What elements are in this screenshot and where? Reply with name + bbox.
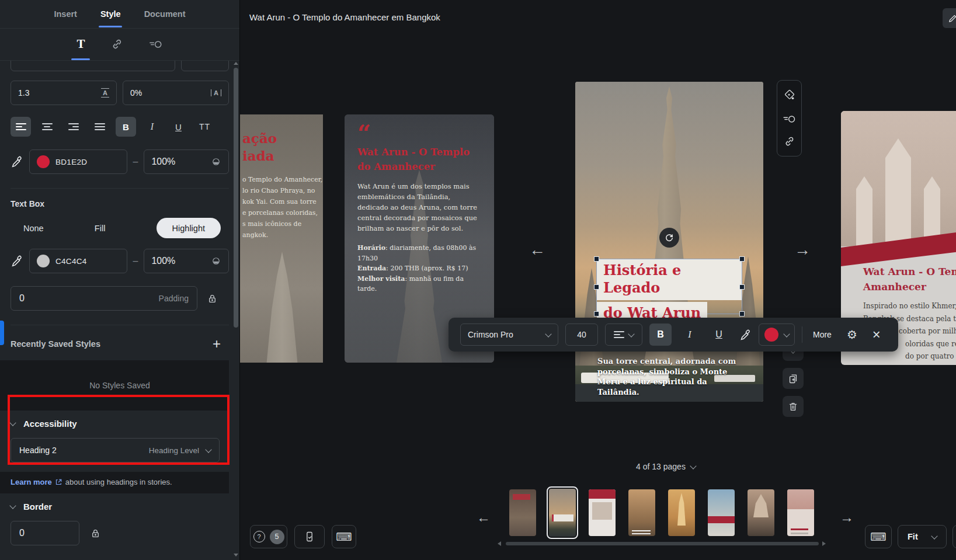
animation-icon[interactable]: [783, 114, 797, 124]
eyedropper-icon[interactable]: [11, 255, 23, 267]
keyboard-shortcuts-button[interactable]: ⌨: [865, 525, 892, 548]
more-button[interactable]: More: [813, 330, 832, 339]
font-color-input[interactable]: BD1E2D: [29, 149, 127, 174]
thumbnails-next-arrow[interactable]: →: [840, 509, 854, 526]
page-thumbnail[interactable]: [589, 489, 616, 536]
font-size-input-clipped[interactable]: [181, 61, 229, 71]
letter-spacing-input[interactable]: 0% A: [123, 81, 229, 105]
selection-handle-sw[interactable]: [594, 311, 599, 316]
page-thumbnail[interactable]: [787, 489, 814, 536]
page-thumbnail-selected[interactable]: [549, 489, 576, 537]
tab-link[interactable]: [111, 28, 123, 60]
selection-handle-nw[interactable]: [594, 256, 599, 262]
italic-button[interactable]: I: [679, 324, 701, 346]
keyboard-shortcuts-button[interactable]: ⌨: [332, 525, 356, 548]
border-width-row: 0: [11, 521, 229, 545]
text-color-dropdown[interactable]: [759, 324, 795, 346]
lock-icon[interactable]: [207, 293, 218, 304]
border-width-input[interactable]: 0: [11, 521, 79, 545]
gear-icon[interactable]: ⚙: [847, 328, 857, 342]
heading-level-value: Heading 2: [19, 446, 57, 455]
panel-collapse-tag[interactable]: [0, 321, 4, 345]
selection-handle-ne[interactable]: [739, 256, 745, 262]
page-thumbnail[interactable]: [509, 489, 536, 536]
add-style-button[interactable]: +: [213, 336, 221, 352]
font-family-dropdown[interactable]: Crimson Pro: [460, 324, 558, 346]
text-box-highlight-option[interactable]: Highlight: [157, 218, 221, 238]
align-justify-button[interactable]: [89, 117, 110, 137]
learn-more-link[interactable]: Learn more: [11, 478, 52, 486]
link-icon[interactable]: [784, 135, 795, 147]
font-size-input[interactable]: 40: [565, 324, 598, 346]
selection-handle-se[interactable]: [739, 311, 745, 316]
tab-animation[interactable]: [149, 28, 163, 60]
selected-text-element[interactable]: História e Legado do Wat Arun: [596, 259, 742, 314]
delete-page-button[interactable]: [783, 396, 804, 417]
thumbnail-scroll-right-arrow[interactable]: [822, 541, 826, 546]
rotate-handle[interactable]: [659, 228, 679, 248]
duplicate-page-button[interactable]: [783, 368, 804, 389]
align-left-button[interactable]: [11, 117, 31, 137]
scroll-up-arrow[interactable]: [234, 62, 238, 65]
uppercase-button[interactable]: TT: [194, 117, 215, 137]
page-thumbnail[interactable]: [708, 489, 735, 536]
page-thumbnail[interactable]: [628, 489, 655, 536]
tab-document[interactable]: Document: [143, 1, 187, 27]
tab-insert[interactable]: Insert: [53, 1, 78, 27]
lock-icon[interactable]: [90, 528, 101, 539]
edit-title-button[interactable]: [943, 8, 956, 28]
font-color-swatch: [37, 155, 50, 168]
border-header[interactable]: Border: [11, 502, 229, 512]
text-box-fill-option[interactable]: Fill: [95, 224, 106, 233]
heading-level-label: Heading Level: [149, 446, 199, 455]
border-title: Border: [23, 502, 52, 512]
font-family-input-clipped[interactable]: [11, 61, 175, 71]
previous-page-arrow[interactable]: ←: [529, 241, 545, 259]
panel-tab-bar: Insert Style Document: [0, 0, 239, 29]
heading-level-dropdown[interactable]: Heading 2 Heading Level: [11, 438, 220, 462]
line-height-input[interactable]: 1.3 A: [11, 81, 117, 105]
tab-style[interactable]: Style: [99, 1, 122, 27]
page4-body-text[interactable]: Sua torre central, adornada com porcelan…: [597, 356, 746, 397]
checklist-button[interactable]: [294, 525, 325, 548]
selection-handle-e[interactable]: [739, 284, 745, 290]
eyedropper-icon[interactable]: [739, 329, 752, 341]
zoom-fit-dropdown[interactable]: Fit: [898, 525, 947, 548]
tab-text-style[interactable]: T: [77, 28, 85, 60]
page-thumbnail[interactable]: [748, 489, 774, 536]
next-page-arrow[interactable]: →: [794, 241, 811, 259]
story-title[interactable]: Wat Arun - O Templo do Amanhecer em Bang…: [249, 12, 440, 22]
box-opacity-input[interactable]: 100%: [144, 249, 229, 273]
underline-button[interactable]: U: [708, 324, 730, 346]
italic-button[interactable]: I: [142, 117, 162, 137]
align-right-button[interactable]: [63, 117, 84, 137]
highlighted-title-line-1[interactable]: História e Legado: [597, 259, 742, 300]
align-center-button[interactable]: [37, 117, 57, 137]
style-presets-icon[interactable]: [783, 89, 797, 103]
page3-body: Wat Arun é um dos templos mais emblemáti…: [357, 181, 482, 234]
bold-button[interactable]: B: [649, 324, 672, 346]
eyedropper-icon[interactable]: [11, 155, 23, 168]
padding-input[interactable]: 0 Padding: [11, 286, 197, 311]
thumbnail-scrollbar[interactable]: [506, 542, 819, 545]
underline-button[interactable]: U: [168, 117, 189, 137]
page-count-dropdown[interactable]: 4 of 13 pages: [607, 462, 724, 471]
text-box-none-option[interactable]: None: [23, 224, 44, 233]
help-button[interactable]: ? 5: [250, 525, 287, 548]
scroll-down-arrow[interactable]: [234, 554, 238, 556]
bold-button[interactable]: B: [116, 117, 136, 137]
chevron-down-icon: [9, 419, 16, 426]
accessibility-header[interactable]: Accessibility: [11, 419, 229, 429]
panel-scrollbar[interactable]: [234, 64, 239, 555]
clipped-footer-button[interactable]: [952, 525, 956, 548]
thumbnail-scroll-left-arrow[interactable]: [498, 541, 501, 546]
page-thumbnail[interactable]: [668, 489, 695, 536]
text-align-dropdown[interactable]: [605, 324, 642, 346]
close-icon[interactable]: ×: [872, 329, 881, 340]
thumbnails-previous-arrow[interactable]: ←: [477, 509, 491, 526]
box-color-input[interactable]: C4C4C4: [29, 249, 127, 273]
font-opacity-input[interactable]: 100%: [144, 149, 229, 174]
story-page-2[interactable]: ação iada o Templo do Amanhecer, lo rio …: [239, 114, 323, 363]
selection-handle-w[interactable]: [594, 284, 599, 290]
panel-scrollbar-thumb[interactable]: [234, 68, 238, 328]
